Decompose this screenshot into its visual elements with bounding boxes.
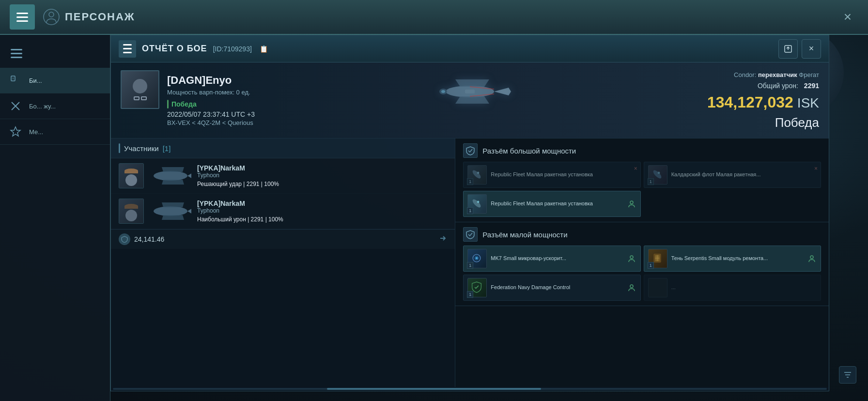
svg-marker-11: [455, 79, 489, 87]
participant-2-ship: Typhoon: [197, 207, 447, 214]
panel-bottom-arrow-button[interactable]: [438, 234, 447, 245]
dialog-close-button[interactable]: ×: [802, 39, 821, 59]
participant-item-1[interactable]: [YPKA]NarkaM Typhoon Решающий удар | 229…: [111, 158, 455, 194]
participant-1-ship: Typhoon: [197, 172, 447, 179]
low-slot-header: Разъём малой мощности: [463, 227, 821, 242]
module-item-high-2[interactable]: 1 Калдарский флот Малая ракетная... ×: [644, 162, 821, 188]
module-thumb-high-3: 1: [467, 194, 487, 214]
high-slot-modules-grid: 1 Republic Fleet Малая ракетная установк…: [463, 162, 821, 217]
participant-1-stats: Решающий удар | 2291 | 100%: [197, 181, 447, 187]
sidebar-item-combat[interactable]: Бо... жу...: [0, 93, 110, 119]
participants-section-header: Участники [1]: [111, 139, 455, 158]
ship-type: перехватчик: [758, 71, 799, 78]
dialog-hamburger-icon: [123, 44, 132, 53]
module-thumb-low-4: [648, 278, 667, 297]
ship-visual: [402, 67, 538, 116]
pilot-info: [DAGN]Enyo Мощность варп-помех: 0 ед. По…: [167, 70, 255, 130]
arrow-right-icon: [438, 234, 447, 243]
shield-bottom-icon: [121, 236, 128, 243]
module-item-low-3[interactable]: 1 Federation Navy Damage Control: [463, 275, 640, 301]
dialog-id: [ID:7109293]: [213, 45, 252, 53]
pilot-face: [122, 71, 158, 108]
module-status-low-2: [807, 254, 817, 263]
module-thumb-high-1: 1: [467, 165, 487, 185]
export-button[interactable]: [778, 39, 798, 59]
star-icon: [8, 124, 23, 139]
module-name-high-3: Republic Fleet Малая ракетная установка: [491, 200, 622, 207]
participant-2-stats: Наибольший урон | 2291 | 100%: [197, 216, 447, 223]
svg-point-35: [476, 257, 478, 260]
report-header-right: Condor: перехватчик Фрегат Общий урон: 2…: [707, 70, 819, 130]
module-item-low-4[interactable]: ...: [644, 275, 821, 301]
person-icon-3: [628, 200, 636, 208]
module-name-low-3: Federation Navy Damage Control: [491, 284, 622, 291]
high-slot-section: Разъём большой мощности 1 Republic Fleet…: [455, 139, 829, 222]
top-bar-menu-button[interactable]: [10, 4, 35, 30]
module-name-low-2: Тень Serpentis Small модуль ремонта...: [671, 255, 803, 262]
person-icon-low-3: [628, 284, 636, 292]
high-slot-shield-icon: [465, 146, 475, 155]
svg-point-27: [477, 172, 480, 174]
horizontal-scrollbar[interactable]: [111, 387, 829, 391]
module-name-low-4: ...: [671, 284, 817, 291]
swords-icon: [8, 98, 23, 114]
svg-rect-2: [11, 76, 15, 81]
scrollbar-thumb[interactable]: [327, 388, 541, 390]
sidebar-item-bio[interactable]: Би...: [0, 68, 110, 93]
shield-icon-sm: [119, 233, 130, 245]
dialog-menu-button[interactable]: [119, 40, 136, 58]
dialog-body: Участники [1]: [111, 139, 829, 387]
sidebar-menu-button[interactable]: [6, 43, 27, 64]
destroyed-icon-1: ×: [634, 165, 637, 172]
participants-panel: Участники [1]: [111, 139, 455, 387]
left-sidebar: Би... Бо... жу... Ме...: [0, 35, 110, 401]
svg-marker-12: [455, 96, 489, 104]
high-slot-header: Разъём большой мощности: [463, 143, 821, 158]
section-bar: [119, 143, 120, 153]
damage-label-text: Общий урон:: [758, 82, 798, 90]
module-name-low-1: MK7 Small микровар-ускорит...: [491, 255, 622, 262]
ship-class: Condor: перехватчик Фрегат: [707, 70, 819, 79]
svg-marker-21: [162, 180, 184, 185]
participant-2-ship-img: [149, 199, 192, 224]
total-damage-label: Общий урон: 2291: [707, 82, 819, 90]
participant-item-2[interactable]: [YPKA]NarkaM Typhoon Наибольший урон | 2…: [111, 194, 455, 229]
filter-icon: [843, 370, 852, 380]
svg-marker-7: [11, 127, 20, 136]
participant-1-ship-img: [149, 163, 192, 188]
module-item-high-3[interactable]: 1 Republic Fleet Малая ракетная установк…: [463, 191, 640, 217]
stat-damage-1: 2291: [247, 181, 260, 187]
ship-svg: [402, 67, 538, 116]
isk-value: 134,127,032: [707, 93, 793, 111]
module-thumb-low-1: 1: [467, 249, 487, 268]
module-item-low-2[interactable]: 1 Тень Serpentis Small модуль ремонта...: [644, 246, 821, 272]
stat-percent-1: 100%: [264, 181, 279, 187]
filter-button[interactable]: [839, 366, 856, 384]
dialog-header-actions: ×: [778, 39, 821, 59]
person-icon-low-2: [808, 255, 816, 262]
stat-damage-2: 2291: [251, 216, 264, 223]
svg-rect-15: [465, 90, 475, 93]
sidebar-item-medals[interactable]: Ме...: [0, 119, 110, 145]
stat-label-1: Решающий удар: [197, 181, 242, 187]
typhoon-svg-2: [150, 200, 191, 222]
dialog-header: ОТЧЁТ О БОЕ [ID:7109293] 📋 ×: [111, 35, 829, 62]
svg-marker-25: [162, 215, 184, 220]
top-bar-close-button[interactable]: ×: [837, 6, 858, 28]
isk-unit: ISK: [797, 95, 819, 111]
damage-value: 2291: [804, 82, 819, 90]
module-item-high-1[interactable]: 1 Republic Fleet Малая ракетная установк…: [463, 162, 640, 188]
module-item-low-1[interactable]: 1 MK7 Small микровар-ускорит...: [463, 246, 640, 272]
low-slot-modules-grid: 1 MK7 Small микровар-ускорит...: [463, 246, 821, 301]
pilot-face-art: [133, 79, 147, 100]
pilot-result: Победа: [171, 100, 197, 108]
copy-id-button[interactable]: 📋: [260, 45, 268, 53]
pilot-avatar: [121, 70, 159, 109]
svg-marker-24: [162, 202, 184, 207]
participants-title: Участники: [124, 144, 159, 153]
high-slot-icon: [463, 143, 478, 158]
svg-point-31: [477, 201, 480, 203]
top-bar: ПЕРСОНАЖ ×: [0, 0, 868, 35]
pilot-warp: Мощность варп-помех: 0 ед.: [167, 89, 255, 96]
high-slot-title: Разъём большой мощности: [482, 147, 576, 155]
